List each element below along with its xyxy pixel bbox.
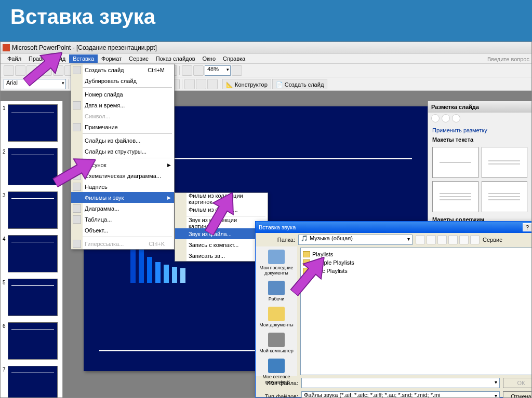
- tp-apply-label: Применить разметку: [428, 124, 531, 134]
- filename-input[interactable]: [301, 378, 500, 388]
- place-mydocs[interactable]: Мои документы: [258, 307, 295, 327]
- grid-icon[interactable]: [182, 65, 192, 76]
- menu-slideshow[interactable]: Показ слайдов: [152, 54, 199, 63]
- cancel-button[interactable]: Отмена: [503, 391, 532, 398]
- filetype-label: Тип файлов:: [262, 393, 298, 398]
- menu-item[interactable]: Таблица...: [71, 214, 174, 225]
- file-item[interactable]: Sample Playlists: [303, 258, 532, 267]
- slide-thumb-1: 1: [1, 101, 62, 145]
- menu-item[interactable]: Примечание: [71, 121, 174, 132]
- slides-panel[interactable]: 1 2 3 4 5 6 7: [1, 101, 63, 397]
- menu-item: Символ...: [71, 111, 174, 121]
- menu-item[interactable]: Надпись: [71, 181, 174, 192]
- menu-item[interactable]: Дублировать слайд: [71, 75, 174, 86]
- dialog-title-bar[interactable]: Вставка звука ? ✕: [256, 222, 532, 233]
- menu-item[interactable]: Слайды из файлов...: [71, 135, 174, 146]
- place-recent[interactable]: Мои последние документы: [258, 250, 295, 276]
- presentation-header: Вставка звука: [0, 0, 532, 42]
- up-icon[interactable]: [427, 235, 436, 244]
- zoom-combo[interactable]: 48%: [205, 65, 231, 76]
- new-slide-button[interactable]: 📄 Создать слайд: [272, 79, 328, 89]
- menu-format[interactable]: Формат: [98, 54, 125, 63]
- slide-thumb-7: 7: [1, 363, 62, 397]
- menu-insert[interactable]: Вставка: [69, 54, 98, 63]
- help-icon[interactable]: [232, 65, 242, 76]
- powerpoint-app: Microsoft PowerPoint - [Создание презент…: [0, 42, 532, 398]
- menu-help[interactable]: Справка: [219, 54, 249, 63]
- help-search[interactable]: Введите вопрос: [487, 54, 529, 64]
- dialog-title: Вставка звука: [259, 224, 296, 230]
- layout-item[interactable]: [432, 147, 478, 178]
- page-title: Вставка звука: [10, 5, 522, 29]
- new-icon[interactable]: [4, 65, 14, 76]
- tp-home-icon[interactable]: [452, 114, 460, 122]
- design-button[interactable]: 📐 Конструктор: [222, 79, 271, 89]
- font-color-icon[interactable]: [207, 79, 218, 89]
- newfolder-icon[interactable]: [459, 235, 469, 244]
- delete-icon[interactable]: [448, 235, 458, 244]
- tp-section-text: Макеты текста: [428, 134, 531, 145]
- color-icon[interactable]: [193, 65, 204, 76]
- menu-item[interactable]: Диаграмма...: [71, 203, 174, 214]
- app-icon: [3, 44, 10, 51]
- tools-menu[interactable]: Сервис: [483, 237, 502, 243]
- layout-item[interactable]: [482, 147, 528, 178]
- filename-label: Имя файла:: [262, 380, 298, 386]
- slide-thumb-4: 4: [1, 232, 62, 276]
- menu-item[interactable]: Дата и время...: [71, 100, 174, 111]
- menu-bar: Файл Правка Вид Вставка Формат Сервис По…: [1, 53, 531, 64]
- slide-thumb-3: 3: [1, 188, 62, 232]
- menu-item: Гиперссылка...Ctrl+K: [71, 238, 174, 249]
- menu-item[interactable]: Создать слайдCtrl+M: [71, 64, 174, 75]
- filetype-combo[interactable]: Файлы звука (*.aif; *.aifc; *.aiff; *.au…: [301, 391, 500, 398]
- ok-button[interactable]: ОК: [503, 378, 532, 388]
- menu-item[interactable]: Объект...: [71, 225, 174, 236]
- dialog-help-icon[interactable]: ?: [523, 223, 532, 231]
- slide-thumb-6: 6: [1, 319, 62, 363]
- task-pane-title: Разметка слайда: [428, 101, 531, 113]
- back-icon[interactable]: [416, 235, 425, 244]
- title-bar: Microsoft PowerPoint - [Создание презент…: [1, 42, 531, 53]
- views-icon[interactable]: [470, 235, 480, 244]
- folder-label: Папка:: [259, 237, 295, 243]
- menu-window[interactable]: Окно: [199, 54, 220, 63]
- tp-forward-icon[interactable]: [442, 114, 450, 122]
- increase-font-icon[interactable]: [184, 79, 195, 89]
- place-mycomp[interactable]: Мой компьютер: [258, 333, 295, 353]
- menu-file[interactable]: Файл: [4, 54, 25, 63]
- submenu-item[interactable]: Запись с компакт...: [175, 239, 268, 250]
- tp-back-icon[interactable]: [431, 114, 440, 122]
- decrease-font-icon[interactable]: [196, 79, 206, 89]
- layout-item[interactable]: [482, 181, 528, 212]
- file-item[interactable]: Sync Playlists: [303, 267, 532, 275]
- window-title: Microsoft PowerPoint - [Создание презент…: [12, 44, 157, 51]
- menu-item[interactable]: Номер слайда: [71, 89, 174, 100]
- folder-combo[interactable]: 🎵 Музыка (общая): [298, 235, 413, 245]
- menu-item[interactable]: Фильмы и звук▶: [71, 192, 174, 203]
- file-item[interactable]: Playlists: [303, 250, 532, 258]
- search-icon[interactable]: [437, 235, 447, 244]
- slide-thumb-5: 5: [1, 276, 62, 319]
- menu-tools[interactable]: Сервис: [125, 54, 152, 63]
- submenu-item[interactable]: Записать зв...: [175, 250, 268, 261]
- insert-sound-dialog: Вставка звука ? ✕ Папка: 🎵 Музыка (общая…: [255, 221, 532, 397]
- layout-item[interactable]: [432, 181, 478, 212]
- places-bar: Мои последние документы Рабочи Мои докум…: [256, 246, 297, 376]
